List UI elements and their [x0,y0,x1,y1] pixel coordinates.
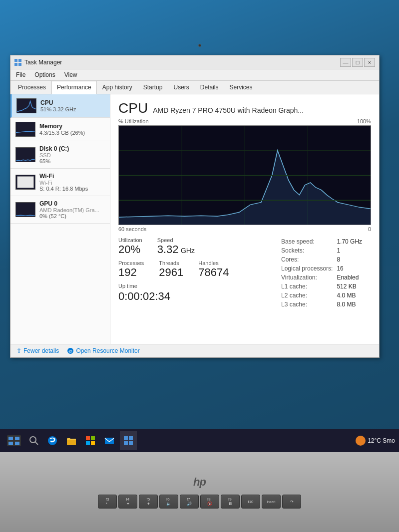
key-f6[interactable]: f6🔈 [159,495,178,509]
base-speed-value: 1.70 GHz [337,237,366,246]
speed-label: Speed [157,237,195,243]
footer: ⇧ Fewer details @ Open Resource Monitor [10,344,379,357]
wifi-sidebar-label: Wi-Fi [39,173,105,180]
wifi-sidebar-sub2: Wi-Fi [39,180,105,186]
sidebar-item-cpu[interactable]: CPU 51% 3.32 GHz [10,94,110,118]
svg-rect-23 [86,436,90,440]
grid-line-25 [119,200,371,201]
tab-processes[interactable]: Processes [12,81,51,94]
logical-value: 16 [337,264,366,273]
key-f9[interactable]: f9🖥 [221,495,240,509]
base-speed-label: Base speed: [281,237,337,246]
memory-thumb [15,122,35,137]
store-icon [85,435,96,446]
minimize-button[interactable]: — [340,58,351,67]
title-bar: Task Manager — □ × [10,55,379,69]
sockets-value: 1 [337,246,366,255]
tab-bar: Processes Performance App history Startu… [10,81,379,94]
l2-value: 4.0 MB [337,291,366,300]
base-speed-row: Base speed: 1.70 GHz [281,237,366,246]
stats-and-info: Utilization 20% Speed 3.32 GHz [118,237,371,309]
key-f10[interactable]: f10 [241,495,260,509]
keyboard-area: hp f3* f4✦ f5✈ f6🔈 f7🔊 f8🔇 f9🖥 f10 inser… [0,452,399,532]
close-button[interactable]: × [364,58,375,67]
menu-view[interactable]: View [63,70,79,79]
key-f4[interactable]: f4✦ [118,495,137,509]
window-title: Task Manager [24,59,62,66]
key-extra[interactable]: ↷ [282,495,301,509]
folder-icon [66,435,77,446]
cores-label: Cores: [281,255,337,264]
uptime-label: Up time [118,283,271,289]
cpu-info-table: Base speed: 1.70 GHz Sockets: 1 Cores: 8 [281,237,366,309]
menu-options[interactable]: Options [33,70,56,79]
svg-rect-29 [129,436,133,440]
l3-label: L3 cache: [281,300,337,309]
chart-max-label: 100% [357,118,371,124]
speed-value: 3.32 [157,243,179,256]
key-f5[interactable]: f5✈ [139,495,158,509]
key-f3[interactable]: f3* [98,495,117,509]
cpu-panel-title: CPU [118,100,148,116]
utilization-value: 20% [118,243,142,256]
maximize-button[interactable]: □ [352,58,363,67]
task-manager-window: Task Manager — □ × File Options View Pro… [10,55,380,358]
menu-file[interactable]: File [14,70,27,79]
taskbar-search[interactable] [26,431,42,450]
tab-users[interactable]: Users [168,81,194,94]
l1-value: 512 KB [337,282,366,291]
memory-sidebar-sub: 4.3/15.3 GB (26%) [39,130,105,136]
l3-row: L3 cache: 8.0 MB [281,300,366,309]
sockets-row: Sockets: 1 [281,246,366,255]
fewer-details-link[interactable]: ⇧ Fewer details [16,347,59,354]
task-manager-taskbar-icon [123,435,134,446]
taskbar-task-manager[interactable] [120,431,137,450]
utilization-label: Utilization [118,237,142,243]
l3-value: 8.0 MB [337,300,366,309]
sidebar-item-memory[interactable]: Memory 4.3/15.3 GB (26%) [10,118,110,141]
key-f7[interactable]: f7🔊 [180,495,199,509]
key-insert[interactable]: insert [262,495,281,509]
taskbar-start-area[interactable] [4,431,24,450]
disk-sidebar-info: Disk 0 (C:) SSD 65% [39,145,105,164]
taskbar-thumbnail [7,435,21,446]
chevron-up-icon: ⇧ [16,347,21,354]
key-f8[interactable]: f8🔇 [200,495,219,509]
handles-value: 78674 [198,266,229,279]
taskbar-mail[interactable] [101,431,118,450]
tab-app-history[interactable]: App history [97,81,138,94]
util-speed-row: Utilization 20% Speed 3.32 GHz [118,237,271,256]
tab-services[interactable]: Services [224,81,258,94]
chart-time-right: 0 [368,226,371,232]
sidebar-item-disk[interactable]: Disk 0 (C:) SSD 65% [10,141,110,169]
svg-rect-16 [15,437,19,440]
menu-bar: File Options View [10,69,379,81]
tab-details[interactable]: Details [195,81,224,94]
svg-rect-30 [124,441,128,445]
processes-label: Processes [118,260,144,266]
cpu-chart [118,125,371,225]
wifi-sidebar-sub: S: 0.4 R: 16.8 Mbps [39,186,105,192]
memory-sidebar-label: Memory [39,123,105,130]
sidebar-item-gpu[interactable]: GPU 0 AMD Radeon(TM) Gra... 0% (52 °C) [10,196,110,224]
taskbar-edge[interactable] [44,431,61,450]
gpu-sidebar-sub: 0% (52 °C) [39,213,105,219]
chart-y-label: % Utilization [118,118,149,124]
taskbar-windows-store[interactable] [82,431,99,450]
cpu-detail-panel: CPU AMD Ryzen 7 PRO 4750U with Radeon Gr… [110,94,379,344]
svg-rect-2 [14,63,17,66]
grid-line-50 [119,175,371,176]
open-monitor-label: Open Resource Monitor [76,347,139,354]
uptime-value: 0:00:02:34 [118,290,271,303]
tab-startup[interactable]: Startup [138,81,168,94]
tab-performance[interactable]: Performance [51,81,97,94]
sidebar-item-wifi[interactable]: Wi-Fi Wi-Fi S: 0.4 R: 16.8 Mbps [10,169,110,196]
virtualization-row: Virtualization: Enabled [281,273,366,282]
chart-time-left: 60 seconds [118,226,146,232]
cores-row: Cores: 8 [281,255,366,264]
title-bar-left: Task Manager [14,59,62,66]
taskbar-files[interactable] [63,431,80,450]
open-monitor-link[interactable]: @ Open Resource Monitor [67,347,139,354]
chart-section: % Utilization 100% [118,118,371,232]
fewer-details-label: Fewer details [23,347,59,354]
